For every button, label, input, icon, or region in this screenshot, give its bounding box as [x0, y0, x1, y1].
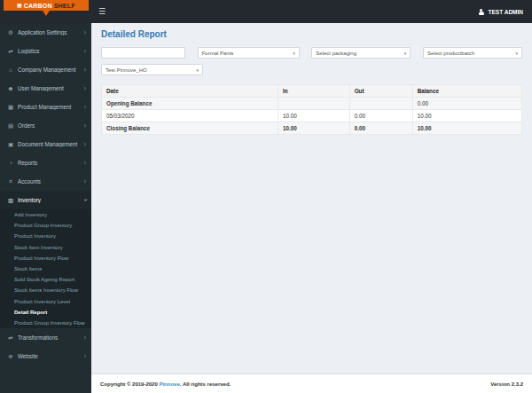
sidebar-item-label: Product Management [18, 104, 81, 110]
chevron-right-icon: › [84, 141, 86, 147]
table-row-closing-balance: Closing Balance 10.00 0.00 10.00 [102, 122, 522, 135]
sidebar-item-label: Inventory [18, 197, 81, 203]
sidebar-item-label: User Management [18, 85, 81, 91]
col-header-balance: Balance [412, 85, 521, 98]
filter-row-2: Test Pinnove_HO ▾ [101, 64, 522, 75]
chevron-right-icon: › [84, 160, 86, 166]
cell-out: 0.00 [349, 122, 412, 135]
submenu-item-add-inventory[interactable]: Add Inventory [0, 209, 91, 220]
sidebar-item-label: Reports [18, 160, 81, 166]
chevron-right-icon: › [84, 104, 86, 110]
gear-icon: ⚙ [7, 29, 14, 36]
sidebar-item-label: Transformations [18, 334, 81, 341]
sidebar-item-user-management[interactable]: ☻ User Management › [0, 79, 91, 98]
copyright-suffix: . All rights reserved. [180, 381, 231, 387]
submenu-item-product-inventory-flow[interactable]: Product Inventory Flow [0, 253, 91, 263]
cell-date: 05/03/2020 [102, 110, 278, 122]
currency-icon: ¤ [7, 178, 14, 185]
submenu-item-product-inventory[interactable]: Product Inventory [0, 231, 91, 241]
copyright-text: Copyright © 2019-2020 Pinnove. All right… [100, 381, 231, 387]
col-header-out: Out [349, 85, 412, 98]
productbatch-filter-select[interactable]: Select productbatch ▾ [423, 47, 522, 59]
exchange-icon: ⇌ [7, 334, 14, 342]
sidebar-item-logistics[interactable]: ⇄ Logistics › [0, 42, 91, 60]
brand-name-shelf: SHELF [54, 3, 75, 9]
brand-name-carbon: CARBON [24, 3, 52, 9]
truck-icon: ⇄ [7, 48, 14, 55]
chevron-right-icon: › [84, 85, 86, 91]
cell-out: 0.00 [349, 110, 412, 122]
cell-in: 10.00 [278, 122, 350, 135]
chevron-right-icon: › [84, 67, 86, 73]
chevron-right-icon: › [84, 353, 86, 359]
cell-out [349, 98, 412, 110]
user-menu-button[interactable]: TEST ADMIN [478, 8, 523, 15]
cell-in [278, 98, 350, 110]
sidebar-item-website[interactable]: ⊕ Website › [0, 347, 91, 365]
chevron-right-icon: › [84, 48, 86, 54]
branch-filter-select[interactable]: Test Pinnove_HO ▾ [101, 64, 203, 75]
users-icon: ☻ [7, 85, 14, 91]
product-filter-select[interactable]: Formal Pants ▾ [198, 47, 300, 59]
globe-icon: ⊕ [7, 353, 14, 360]
product-filter-value: Formal Pants [202, 51, 234, 56]
table-header-row: Date In Out Balance [102, 85, 522, 98]
chevron-right-icon: › [84, 122, 86, 129]
cell-balance: 0.00 [412, 98, 521, 110]
sidebar-item-accounts[interactable]: ¤ Accounts › [0, 172, 91, 191]
branch-filter-value: Test Pinnove_HO [106, 67, 147, 73]
chevron-right-icon: › [84, 29, 86, 35]
caret-down-icon: ▾ [196, 67, 199, 73]
sidebar-item-company-management[interactable]: ⌂ Company Management › [0, 60, 91, 79]
submenu-item-stock-item-inventory[interactable]: Stock Item Inventory [0, 242, 91, 253]
date-filter-input[interactable] [101, 47, 185, 59]
sidebar-nav: ⚙ Application Settings › ⇄ Logistics › ⌂… [0, 23, 91, 393]
sidebar-item-orders[interactable]: ▤ Orders › [0, 116, 91, 135]
cart-icon: ▤ [7, 122, 14, 130]
sidebar-item-label: Document Management [18, 141, 81, 147]
table-row: 05/03/2020 10.00 0.00 10.00 [102, 110, 522, 122]
building-icon: ⌂ [7, 67, 14, 73]
main-content: Detailed Report Formal Pants ▾ Select pa… [91, 23, 532, 373]
caret-down-icon: ▾ [293, 51, 295, 56]
caret-down-icon: ▾ [515, 51, 518, 56]
cell-date: Closing Balance [102, 122, 278, 135]
user-icon [478, 8, 485, 15]
submenu-item-product-group-inventory-flow[interactable]: Product Group Inventory Flow [0, 318, 91, 328]
submenu-item-sold-stock-ageing-report[interactable]: Sold Stock Ageing Report [0, 274, 91, 285]
sidebar-item-product-management[interactable]: ▦ Product Management › [0, 98, 91, 116]
submenu-item-stock-items[interactable]: Stock Items [0, 263, 91, 274]
sidebar-item-reports[interactable]: ◔ Reports › [0, 153, 91, 172]
sidebar-item-document-management[interactable]: ▣ Document Management › [0, 135, 91, 153]
sidebar-item-label: Application Settings [18, 29, 81, 35]
sidebar-item-application-settings[interactable]: ⚙ Application Settings › [0, 23, 91, 42]
sidebar-item-transformations[interactable]: ⇌ Transformations › [0, 328, 91, 347]
chevron-down-icon: › [82, 199, 88, 200]
sidebar-item-label: Company Management [18, 67, 81, 73]
cell-date: Opening Balance [102, 98, 278, 110]
packaging-filter-select[interactable]: Select packaging ▾ [311, 47, 411, 59]
col-header-in: In [278, 85, 350, 98]
col-header-date: Date [102, 85, 278, 98]
version-text: Version 2.3.2 [490, 381, 523, 387]
submenu-item-detail-report[interactable]: Detail Report [0, 307, 91, 318]
sidebar-item-label: Accounts [18, 178, 81, 185]
version-value: 2.3.2 [512, 381, 523, 387]
submenu-item-stock-items-inventory-flow[interactable]: Stock Items Inventory Flow [0, 285, 91, 295]
pinnove-link[interactable]: Pinnove [159, 381, 179, 387]
productbatch-filter-value: Select productbatch [427, 51, 474, 56]
shelf-logo-icon: ▤ [17, 3, 21, 10]
submenu-item-product-inventory-level[interactable]: Product Inventory Level [0, 296, 91, 307]
report-table-wrap: Date In Out Balance Opening Balance 0.00… [101, 84, 522, 135]
filter-row-1: Formal Pants ▾ Select packaging ▾ Select… [101, 47, 522, 59]
hamburger-menu-icon[interactable]: ☰ [98, 8, 106, 16]
copyright-prefix: Copyright © 2019-2020 [100, 381, 159, 387]
submenu-item-product-group-inventory[interactable]: Product Group Inventory [0, 220, 91, 231]
sidebar-item-inventory[interactable]: ▥ Inventory › [0, 191, 91, 209]
boxes-icon: ▥ [7, 197, 14, 204]
chevron-right-icon: › [84, 178, 86, 185]
chevron-right-icon: › [84, 334, 86, 341]
packaging-filter-value: Select packaging [316, 51, 356, 56]
cell-balance: 10.00 [412, 110, 521, 122]
sidebar-item-label: Orders [18, 122, 81, 129]
